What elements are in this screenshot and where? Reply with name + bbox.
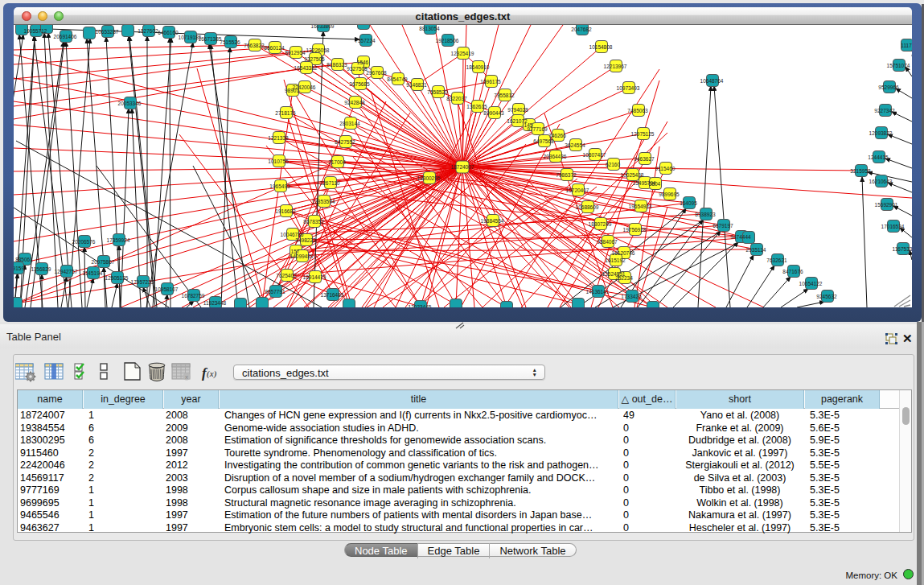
svg-text:11923448: 11923448 (203, 300, 227, 306)
svg-text:15751074: 15751074 (887, 63, 910, 68)
svg-text:39159: 39159 (14, 266, 24, 271)
svg-text:14099489: 14099489 (290, 253, 314, 259)
svg-text:12975125: 12975125 (631, 131, 655, 137)
svg-text:16914479: 16914479 (303, 274, 326, 280)
svg-text:9777169: 9777169 (527, 126, 548, 132)
svg-text:18640910: 18640910 (466, 64, 490, 70)
svg-text:7625402: 7625402 (276, 273, 297, 278)
svg-text:8938923: 8938923 (695, 212, 716, 217)
svg-text:20691406: 20691406 (54, 34, 77, 39)
svg-text:8813054: 8813054 (419, 26, 440, 31)
svg-text:7663822: 7663822 (244, 43, 265, 48)
svg-text:13353594: 13353594 (312, 199, 335, 204)
svg-text:17957225: 17957225 (131, 279, 154, 285)
svg-text:16210643: 16210643 (869, 179, 893, 184)
svg-text:1696175: 1696175 (480, 79, 501, 84)
svg-text:7632621: 7632621 (766, 257, 787, 263)
svg-text:15720407: 15720407 (566, 187, 589, 193)
svg-text:10154808: 10154808 (589, 44, 613, 50)
svg-text:10958107: 10958107 (155, 286, 179, 292)
svg-text:1117: 1117 (901, 43, 912, 48)
svg-text:16120746: 16120746 (612, 250, 635, 256)
svg-text:7515526: 7515526 (220, 39, 240, 45)
svg-text:16782759: 16782759 (182, 293, 205, 299)
svg-text:16033809: 16033809 (311, 25, 335, 29)
svg-text:17016534: 17016534 (881, 224, 905, 229)
svg-text:6497568: 6497568 (533, 138, 554, 144)
svg-text:12942757: 12942757 (55, 269, 78, 274)
svg-text:8454749: 8454749 (387, 76, 408, 82)
svg-text:6466160: 6466160 (158, 30, 179, 35)
svg-text:19055712: 19055712 (24, 28, 47, 34)
svg-text:1221338: 1221338 (268, 135, 289, 141)
svg-text:7485063: 7485063 (627, 108, 648, 113)
svg-text:12093822: 12093822 (869, 130, 893, 136)
svg-text:9327508: 9327508 (347, 66, 368, 72)
svg-text:8427552: 8427552 (335, 139, 355, 145)
svg-text:9227342: 9227342 (874, 108, 895, 113)
svg-text:10973493: 10973493 (617, 85, 640, 91)
svg-text:20975867: 20975867 (92, 259, 115, 265)
svg-text:2047682: 2047682 (571, 27, 592, 32)
svg-text:1167533: 1167533 (893, 246, 912, 252)
svg-text:1156829: 1156829 (31, 266, 51, 272)
svg-text:12213967: 12213967 (604, 64, 627, 69)
svg-text:19654923: 19654923 (629, 204, 652, 209)
svg-text:20053346: 20053346 (118, 101, 142, 106)
svg-text:746266: 746266 (548, 133, 566, 138)
svg-text:9529966: 9529966 (878, 84, 899, 90)
svg-text:8322037: 8322037 (446, 96, 467, 101)
svg-text:1362615: 1362615 (466, 104, 487, 109)
svg-text:164095: 164095 (680, 200, 697, 206)
svg-text:1965493: 1965493 (269, 183, 290, 189)
svg-text:13716485: 13716485 (321, 292, 344, 298)
svg-text:1244415: 1244415 (868, 154, 889, 160)
svg-text:2718176: 2718176 (275, 110, 296, 116)
svg-text:18300295: 18300295 (417, 175, 441, 181)
svg-text:835061: 835061 (15, 257, 33, 262)
svg-text:217004: 217004 (328, 159, 346, 165)
svg-text:3267110: 3267110 (320, 180, 340, 186)
svg-text:20364436: 20364436 (544, 154, 567, 159)
svg-text:2935114: 2935114 (746, 247, 766, 253)
svg-text:8471676: 8471676 (782, 269, 803, 274)
svg-text:3215958: 3215958 (850, 168, 871, 174)
svg-text:9884067: 9884067 (597, 239, 618, 245)
svg-text:9474444: 9474444 (730, 234, 751, 240)
svg-text:9899695: 9899695 (659, 192, 680, 197)
svg-text:18807249: 18807249 (589, 221, 612, 227)
svg-text:19218506: 19218506 (436, 38, 459, 43)
svg-text:10653287: 10653287 (96, 29, 119, 35)
svg-text:9657791: 9657791 (265, 289, 285, 295)
svg-text:14136141: 14136141 (586, 289, 610, 295)
svg-text:x: x (185, 373, 188, 381)
svg-text:1733426: 1733426 (621, 294, 642, 299)
svg-text:7357224: 7357224 (355, 38, 376, 43)
svg-text:9245632: 9245632 (816, 294, 837, 299)
svg-text:10807487: 10807487 (583, 152, 606, 158)
svg-text:1615192: 1615192 (605, 257, 626, 263)
svg-text:13226058: 13226058 (306, 47, 330, 53)
svg-text:19756928: 19756928 (623, 227, 647, 233)
svg-text:62160: 62160 (606, 162, 620, 167)
svg-text:7986372: 7986372 (556, 172, 577, 178)
svg-text:16543382: 16543382 (294, 65, 318, 71)
svg-text:98901: 98901 (285, 88, 299, 93)
svg-text:7955812: 7955812 (494, 93, 515, 98)
svg-text:1916682: 1916682 (275, 208, 296, 214)
svg-text:1010755: 1010755 (268, 159, 289, 164)
svg-text:15692901: 15692901 (875, 202, 898, 208)
svg-text:10654122: 10654122 (799, 281, 823, 286)
svg-text:252234: 252234 (615, 275, 633, 281)
svg-text:12023445: 12023445 (409, 304, 432, 308)
svg-text:5804: 5804 (649, 181, 661, 187)
svg-text:1527602: 1527602 (138, 28, 158, 34)
svg-text:3498222: 3498222 (295, 237, 316, 243)
svg-text:2967608: 2967608 (366, 70, 387, 76)
svg-text:9115460: 9115460 (655, 166, 676, 171)
svg-text:8678352: 8678352 (303, 219, 324, 225)
svg-text:9327505: 9327505 (304, 56, 325, 62)
svg-text:10688609: 10688609 (576, 204, 599, 210)
svg-text:16671385: 16671385 (199, 36, 222, 42)
svg-text:10025438: 10025438 (621, 172, 644, 178)
